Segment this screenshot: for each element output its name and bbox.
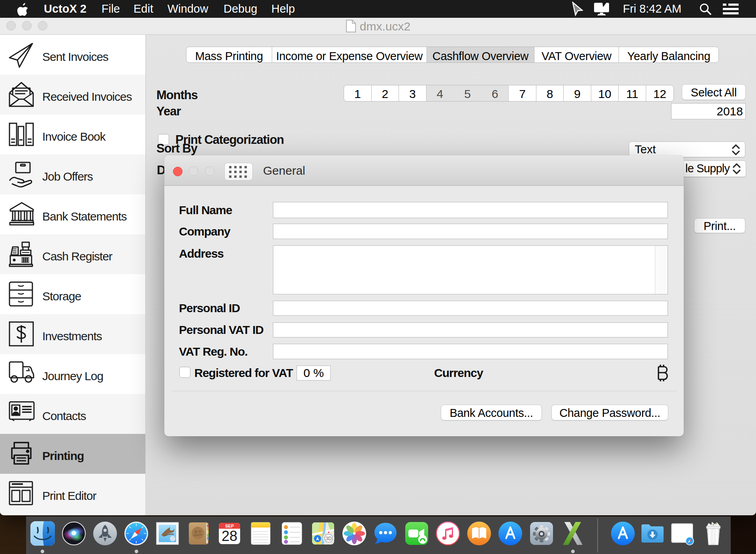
svg-text:28: 28	[222, 528, 237, 544]
svg-text:3D: 3D	[325, 536, 332, 541]
svg-text:SEP: SEP	[225, 524, 234, 528]
